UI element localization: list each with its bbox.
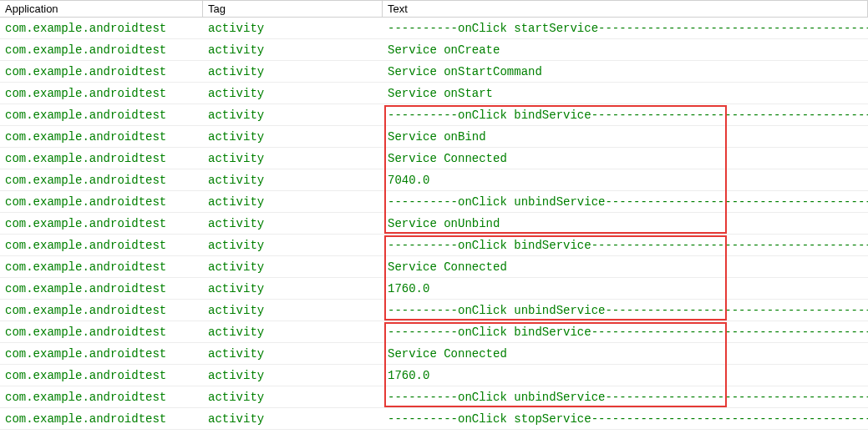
cell-tag: activity bbox=[203, 130, 383, 144]
cell-tag: activity bbox=[203, 195, 383, 209]
cell-application: com.example.androidtest bbox=[0, 282, 203, 295]
cell-application: com.example.androidtest bbox=[0, 391, 203, 404]
cell-application: com.example.androidtest bbox=[0, 369, 203, 382]
cell-text: ----------onClick stopService-----------… bbox=[383, 412, 868, 426]
cell-application: com.example.androidtest bbox=[0, 195, 203, 209]
table-row[interactable]: com.example.androidtestactivity---------… bbox=[0, 300, 868, 321]
table-row[interactable]: com.example.androidtestactivity7040.0 bbox=[0, 169, 868, 191]
cell-application: com.example.androidtest bbox=[0, 412, 203, 426]
cell-tag: activity bbox=[203, 87, 383, 100]
column-header-application[interactable]: Application bbox=[0, 1, 203, 17]
cell-text: Service onUnbind bbox=[383, 217, 868, 230]
cell-tag: activity bbox=[203, 369, 383, 382]
table-row[interactable]: com.example.androidtestactivity---------… bbox=[0, 321, 868, 343]
table-row[interactable]: com.example.androidtestactivityService o… bbox=[0, 213, 868, 235]
cell-application: com.example.androidtest bbox=[0, 65, 203, 78]
cell-tag: activity bbox=[203, 239, 383, 252]
cell-application: com.example.androidtest bbox=[0, 152, 203, 165]
table-row[interactable]: com.example.androidtestactivity1760.0 bbox=[0, 278, 868, 300]
cell-text: Service Connected bbox=[383, 260, 868, 274]
column-header-tag[interactable]: Tag bbox=[203, 1, 383, 17]
table-row[interactable]: com.example.androidtestactivityService o… bbox=[0, 83, 868, 104]
cell-text: 7040.0 bbox=[383, 174, 868, 187]
cell-text: ----------onClick unbindService---------… bbox=[383, 195, 868, 209]
cell-tag: activity bbox=[203, 304, 383, 317]
cell-application: com.example.androidtest bbox=[0, 130, 203, 144]
cell-tag: activity bbox=[203, 152, 383, 165]
cell-application: com.example.androidtest bbox=[0, 217, 203, 230]
cell-application: com.example.androidtest bbox=[0, 43, 203, 57]
cell-text: ----------onClick bindService-----------… bbox=[383, 239, 868, 252]
cell-application: com.example.androidtest bbox=[0, 239, 203, 252]
cell-text: Service Connected bbox=[383, 152, 868, 165]
cell-application: com.example.androidtest bbox=[0, 22, 203, 35]
table-row[interactable]: com.example.androidtestactivity---------… bbox=[0, 235, 868, 256]
cell-text: 1760.0 bbox=[383, 282, 868, 295]
cell-tag: activity bbox=[203, 65, 383, 78]
cell-tag: activity bbox=[203, 412, 383, 426]
table-row[interactable]: com.example.androidtestactivityService C… bbox=[0, 343, 868, 365]
cell-tag: activity bbox=[203, 282, 383, 295]
table-row[interactable]: com.example.androidtestactivity---------… bbox=[0, 18, 868, 39]
cell-application: com.example.androidtest bbox=[0, 326, 203, 339]
cell-text: ----------onClick bindService-----------… bbox=[383, 326, 868, 339]
table-row[interactable]: com.example.androidtestactivity---------… bbox=[0, 386, 868, 408]
cell-tag: activity bbox=[203, 260, 383, 274]
column-header-text[interactable]: Text bbox=[383, 1, 868, 17]
table-row[interactable]: com.example.androidtestactivityService C… bbox=[0, 256, 868, 278]
cell-text: Service onStartCommand bbox=[383, 65, 868, 78]
cell-tag: activity bbox=[203, 108, 383, 122]
cell-application: com.example.androidtest bbox=[0, 347, 203, 361]
cell-application: com.example.androidtest bbox=[0, 108, 203, 122]
cell-application: com.example.androidtest bbox=[0, 174, 203, 187]
cell-text: ----------onClick startService----------… bbox=[383, 22, 868, 35]
cell-text: 1760.0 bbox=[383, 369, 868, 382]
cell-text: ----------onClick unbindService---------… bbox=[383, 304, 868, 317]
table-row[interactable]: com.example.androidtestactivityService o… bbox=[0, 61, 868, 83]
cell-tag: activity bbox=[203, 22, 383, 35]
log-table: Application Tag Text com.example.android… bbox=[0, 0, 868, 434]
cell-application: com.example.androidtest bbox=[0, 87, 203, 100]
cell-tag: activity bbox=[203, 326, 383, 339]
table-row[interactable]: com.example.androidtestactivity---------… bbox=[0, 104, 868, 126]
table-row[interactable]: com.example.androidtestactivityService o… bbox=[0, 126, 868, 148]
cell-tag: activity bbox=[203, 391, 383, 404]
table-row[interactable]: com.example.androidtestactivityService o… bbox=[0, 39, 868, 61]
cell-text: Service onStart bbox=[383, 87, 868, 100]
table-row[interactable]: com.example.androidtestactivity---------… bbox=[0, 408, 868, 430]
cell-tag: activity bbox=[203, 347, 383, 361]
cell-tag: activity bbox=[203, 174, 383, 187]
cell-tag: activity bbox=[203, 43, 383, 57]
cell-text: Service onBind bbox=[383, 130, 868, 144]
cell-tag: activity bbox=[203, 217, 383, 230]
cell-text: Service onCreate bbox=[383, 43, 868, 57]
cell-text: ----------onClick bindService-----------… bbox=[383, 108, 868, 122]
cell-text: Service Connected bbox=[383, 347, 868, 361]
cell-text: ----------onClick unbindService---------… bbox=[383, 391, 868, 404]
table-row[interactable]: com.example.androidtestactivityService o… bbox=[0, 430, 868, 434]
table-row[interactable]: com.example.androidtestactivity1760.0 bbox=[0, 365, 868, 386]
cell-application: com.example.androidtest bbox=[0, 304, 203, 317]
table-body: com.example.androidtestactivity---------… bbox=[0, 18, 868, 434]
table-row[interactable]: com.example.androidtestactivityService C… bbox=[0, 148, 868, 169]
table-header-row: Application Tag Text bbox=[0, 0, 868, 18]
table-row[interactable]: com.example.androidtestactivity---------… bbox=[0, 191, 868, 213]
cell-application: com.example.androidtest bbox=[0, 260, 203, 274]
